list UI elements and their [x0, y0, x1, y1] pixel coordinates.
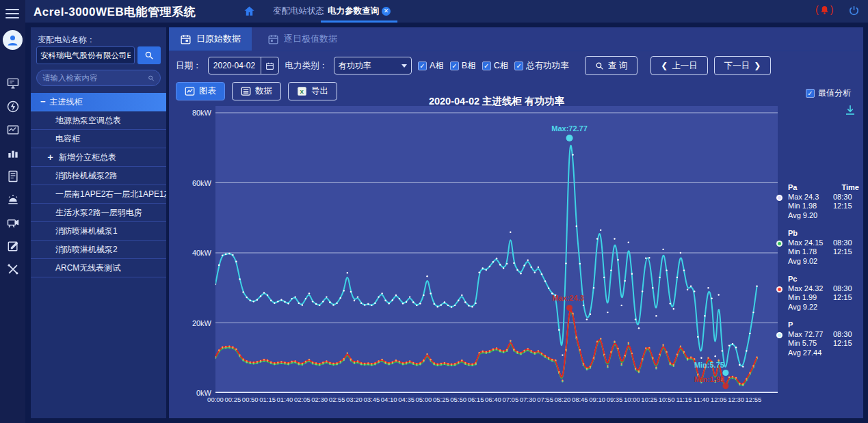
checkbox-label: C相 — [494, 60, 509, 72]
avatar[interactable] — [3, 30, 23, 50]
legend-dot — [776, 241, 782, 247]
legend-stat-row: Min 5.7512:15 — [788, 339, 860, 349]
checkbox-phase-b[interactable]: ✓ B相 — [450, 60, 476, 72]
x-tick-label: 12:55 — [741, 396, 765, 403]
hamburger-menu-icon[interactable] — [5, 6, 19, 21]
active-tab-underline — [321, 21, 397, 23]
legend-item-Pc[interactable]: PcMax 24.3208:30Min 1.9912:15Avg 9.22 — [788, 275, 860, 312]
tree-item-label: 消防喷淋机械泵1 — [55, 222, 118, 240]
tree-item[interactable]: ARCM无线表测试 — [31, 259, 166, 277]
checkbox-icon[interactable]: ✓ — [418, 62, 427, 70]
tree-item[interactable]: ＋新增分立柜总表 — [31, 148, 166, 167]
tree-item[interactable]: 一层南1APE2右一层北1APE1左 — [31, 185, 166, 204]
tools-icon[interactable] — [6, 262, 20, 276]
line-chart-icon — [185, 86, 195, 96]
close-tab-icon[interactable]: ✕ — [382, 7, 391, 16]
checkbox-total-active-power[interactable]: ✓ 总有功功率 — [514, 60, 569, 72]
tree-item[interactable]: −主进线柜 — [31, 93, 166, 111]
chart-plot-area[interactable]: Max:72.77Max:24.3Min:5.75Min:1.98 — [215, 106, 778, 393]
legend-stat-row: Min 1.9912:15 — [788, 293, 860, 303]
tree-item[interactable]: 生活水泵2路一层弱电房 — [31, 204, 166, 222]
minus-icon[interactable]: − — [40, 93, 46, 111]
legend-stat-row: Min 1.9812:15 — [788, 202, 860, 211]
chevron-left-icon: ❮ — [661, 61, 668, 70]
svg-text:Min:1.98: Min:1.98 — [694, 375, 724, 383]
prev-label: 上一日 — [672, 60, 698, 72]
tab-label: 日原始数据 — [196, 33, 241, 45]
bar-chart-icon[interactable] — [6, 146, 20, 160]
checkbox-icon[interactable]: ✓ — [450, 62, 459, 70]
download-icon[interactable] — [844, 104, 856, 119]
tab-divider — [169, 51, 863, 51]
tab-daily-extreme-data[interactable]: 逐日极值数据 — [257, 27, 348, 51]
tree-item[interactable]: 消防喷淋机械泵2 — [31, 241, 166, 259]
alarm-bell-icon[interactable]: ( ) — [815, 4, 833, 15]
alarm-icon[interactable] — [6, 193, 20, 206]
monitor-icon[interactable] — [6, 77, 20, 90]
tree-item[interactable]: 消防栓机械泵2路 — [31, 167, 166, 185]
camera-icon[interactable] — [6, 216, 20, 230]
legend-stat-row: Max 24.3208:30 — [788, 284, 860, 294]
top-tab-power-parameter-query[interactable]: 电力参数查询✕ — [321, 0, 397, 23]
station-name-input[interactable] — [36, 46, 135, 64]
checkbox-phase-c[interactable]: ✓ C相 — [482, 60, 509, 72]
tree-item[interactable]: 电容柜 — [31, 130, 166, 148]
tree-item[interactable]: 地源热泵空调总表 — [31, 111, 166, 130]
legend-stat-row: Avg 9.02 — [788, 257, 860, 267]
extreme-analysis-checkbox[interactable]: ✓ 最值分析 — [806, 87, 851, 99]
filter-row: 日期： 2020-04-02 电力类别： 有功功率 ✓ A相 ✓ B相 ✓ C相… — [176, 56, 771, 75]
tree-item[interactable]: 消防喷淋机械泵1 — [31, 222, 166, 241]
checkbox-label: 总有功功率 — [526, 60, 569, 72]
checkbox-icon[interactable]: ✓ — [482, 62, 491, 70]
top-tab-label: 电力参数查询 — [328, 6, 379, 16]
top-bar: Acrel-3000WEB电能管理系统 变配电站状态 电力参数查询✕ ( ) — [25, 0, 868, 23]
bell-paren-right: ) — [830, 4, 834, 15]
legend-series-name: Pb — [788, 229, 860, 238]
checkbox-phase-a[interactable]: ✓ A相 — [418, 60, 444, 72]
svg-text:Max:24.3: Max:24.3 — [552, 294, 583, 302]
category-value: 有功功率 — [339, 60, 402, 72]
date-input[interactable]: 2020-04-02 — [208, 57, 279, 74]
category-label: 电力类别： — [285, 60, 328, 72]
app-title: Acrel-3000WEB电能管理系统 — [34, 4, 196, 20]
legend-stat-row: Max 24.1508:30 — [788, 238, 860, 248]
calendar-month-icon — [267, 33, 279, 45]
edit-icon[interactable] — [6, 239, 20, 253]
calendar-icon[interactable] — [261, 57, 278, 74]
tree-item-label: 一层南1APE2右一层北1APE1左 — [55, 185, 166, 203]
tree-item-label: 主进线柜 — [50, 93, 83, 111]
energy-icon[interactable] — [6, 100, 20, 113]
checkbox-icon[interactable]: ✓ — [514, 62, 523, 70]
bell-paren-left: ( — [815, 4, 819, 15]
tab-label: 逐日极值数据 — [284, 33, 337, 45]
power-category-select[interactable]: 有功功率 — [334, 57, 412, 74]
archive-chart-icon[interactable] — [6, 123, 20, 137]
date-value: 2020-04-02 — [209, 61, 261, 70]
legend-item-P[interactable]: PMax 72.7708:30Min 5.7512:15Avg 27.44 — [788, 320, 860, 357]
plus-icon[interactable]: ＋ — [46, 148, 55, 166]
tab-daily-raw-data[interactable]: 日原始数据 — [169, 27, 252, 51]
tree-search-box — [36, 70, 161, 86]
legend-series-name: P — [788, 320, 860, 330]
next-day-button[interactable]: 下一日 ❯ — [714, 56, 772, 75]
station-search-button[interactable] — [137, 46, 161, 64]
tree-item-label: 消防喷淋机械泵2 — [55, 241, 118, 258]
chevron-right-icon: ❯ — [754, 61, 761, 70]
legend-series-name: Pc — [788, 275, 860, 284]
legend-dot — [776, 332, 782, 338]
previous-day-button[interactable]: ❮ 上一日 — [650, 56, 708, 75]
tree-item-label: 新增分立柜总表 — [59, 148, 116, 166]
tree-search-input[interactable] — [42, 74, 148, 82]
legend-time-header: Time — [842, 183, 859, 193]
legend-item-Pb[interactable]: PbMax 24.1508:30Min 1.7812:15Avg 9.02 — [788, 229, 860, 266]
checkbox-icon[interactable]: ✓ — [806, 89, 815, 98]
date-label: 日期： — [176, 60, 202, 72]
report-icon[interactable] — [6, 169, 20, 183]
legend-dot — [776, 286, 782, 292]
power-icon[interactable] — [848, 5, 860, 19]
home-icon[interactable] — [243, 5, 256, 21]
left-icon-strip — [0, 0, 25, 423]
tree-item-label: 电容柜 — [55, 130, 80, 148]
legend-item-Pa[interactable]: PaTimeMax 24.308:30Min 1.9812:15Avg 9.20 — [788, 183, 860, 220]
query-button[interactable]: 查 询 — [585, 56, 637, 75]
